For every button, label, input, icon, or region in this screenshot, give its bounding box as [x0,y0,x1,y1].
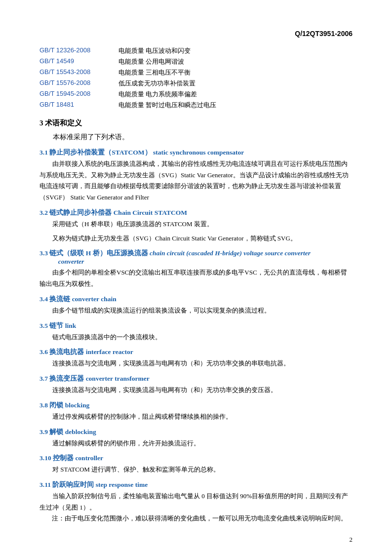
term-en: link [65,322,77,329]
term-num: 3.10 [39,454,51,462]
term-zh: 链式（级联 H 桥）电压源换流器 [49,249,150,257]
term-body-9: 对 STATCOM 进行调节、保护、触发和监测等单元的总称。 [39,464,353,475]
ref-row: GB/T 14549电能质量 公用电网谐波 [39,57,353,66]
term-zh: 控制器 [53,454,75,462]
term-en: converter chain [72,295,117,303]
term-num: 3.5 [39,322,48,329]
term-heading-10: 3.11 阶跃响应时间 step response time [39,480,353,489]
term-num: 3.6 [39,348,48,356]
ref-row: GB/T 15576-2008低压成套无功功率补偿装置 [39,79,353,88]
term-note-10: 注：由于电压变化范围微小，难以获得清晰的变化曲线，一般可以用无功电流变化曲线来说… [39,514,353,524]
term-num: 3.8 [39,401,48,409]
term-zh: 换流电抗器 [49,348,85,356]
term-block: 3.3 链式（级联 H 桥）电压源换流器 chain circuit (casc… [39,249,353,290]
ref-row: GB/T 12326-2008电能质量 电压波动和闪变 [39,46,353,55]
references-table: GB/T 12326-2008电能质量 电压波动和闪变GB/T 14549电能质… [39,46,353,110]
ref-id: GB/T 18481 [39,101,118,110]
term-body-8: 通过解除阀或桥臂的闭锁作用，允许开始换流运行。 [39,438,353,449]
term-num: 3.3 [39,249,48,257]
term-heading-6: 3.7 换流变压器 converter transformer [39,374,353,383]
term-zh: 阶跃响应时间 [52,481,95,488]
term-num: 3.9 [39,428,48,435]
term-block: 3.1 静止同步补偿装置（STATCOM） static synchronous… [39,148,353,203]
term-heading-3: 3.4 换流链 converter chain [39,295,353,304]
term-heading-4: 3.5 链节 link [39,321,353,330]
term-body-0: 由并联接入系统的电压源换流器构成，其输出的容性或感性无功电流连续可调且在可运行系… [39,158,353,203]
term-block: 3.2 链式静止同步补偿器 Chain Circuit STATCOM 采用链式… [39,208,353,244]
ref-desc: 电能质量 电力系统频率偏差 [118,90,197,99]
term-block: 3.10 控制器 controller 对 STATCOM 进行调节、保护、触发… [39,454,353,475]
term-en: static synchronous compensator [153,149,244,156]
page: Q/12QT3951-2006 GB/T 12326-2008电能质量 电压波动… [0,0,392,554]
page-number: 2 [350,536,353,544]
term-body-5: 连接换流器与交流电网，实现换流器与电网有功（和）无功功率交换的串联电抗器。 [39,358,353,369]
term-zh: 闭锁 [49,401,65,409]
term-en: Chain Circuit STATCOM [114,209,187,216]
ref-id: GB/T 15576-2008 [39,79,118,88]
term-en-cont: converter [58,258,84,265]
ref-desc: 电能质量 三相电压不平衡 [118,68,191,77]
term-num: 3.2 [39,209,48,216]
term-num: 3.7 [39,375,48,382]
term-zh: 解锁 [49,428,65,435]
ref-desc: 电能质量 暂时过电压和瞬态过电压 [118,101,216,110]
term-body-3: 由多个链节组成的实现换流运行的组装换流设备，可以实现复杂的换流过程。 [39,305,353,317]
term-block: 3.11 阶跃响应时间 step response time 当输入阶跃控制信号… [39,480,353,524]
section-3-intro: 本标准采用了下列术语。 [39,132,353,143]
term-block: 3.8 闭锁 blocking 通过停发阀或桥臂的控制脉冲，阻止阀或桥臂继续换相… [39,401,353,423]
term-body-7: 通过停发阀或桥臂的控制脉冲，阻止阀或桥臂继续换相的操作。 [39,411,353,423]
ref-id: GB/T 15543-2008 [39,68,118,77]
term-zh: 静止同步补偿装置（STATCOM） [49,149,153,156]
ref-row: GB/T 15543-2008电能质量 三相电压不平衡 [39,68,353,77]
term-en: step response time [96,481,148,488]
ref-row: GB/T 18481电能质量 暂时过电压和瞬态过电压 [39,101,353,110]
term-heading-8: 3.9 解锁 deblocking [39,428,353,436]
term-body-6: 连接换流器与交流电网，实现换流器与电网有功（和）无功功率交换的变压器。 [39,385,353,396]
term-en: blocking [65,401,90,409]
term-zh: 换流链 [49,295,72,303]
term-body-4: 链式电压源换流器中的一个换流模块。 [39,332,353,343]
term-zh: 链节 [49,322,65,329]
terms-container: 3.1 静止同步补偿装置（STATCOM） static synchronous… [39,148,353,524]
term-en: chain circuit (cascaded H-bridge) voltag… [150,249,311,257]
term-num: 3.11 [39,481,51,488]
term-body-2: 由多个相同的单相全桥VSC的交流输出相互串联连接而形成的多电平VSC，无公共的直… [39,267,353,290]
term-block: 3.6 换流电抗器 interface reactor 连接换流器与交流电网，实… [39,348,353,369]
term-block: 3.9 解锁 deblocking 通过解除阀或桥臂的闭锁作用，允许开始换流运行… [39,428,353,449]
ref-desc: 低压成套无功功率补偿装置 [118,79,196,88]
term-heading-9: 3.10 控制器 controller [39,454,353,463]
term-body-10: 当输入阶跃控制信号后，柔性输电装置输出电气量从 0 目标值达到 90%目标值所用… [39,491,353,514]
term-zh: 换流变压器 [49,375,85,382]
ref-desc: 电能质量 电压波动和闪变 [118,46,191,55]
term-en: controller [75,454,103,462]
term-heading-5: 3.6 换流电抗器 interface reactor [39,348,353,356]
ref-row: GB/T 15945-2008电能质量 电力系统频率偏差 [39,90,353,99]
term-block: 3.4 换流链 converter chain 由多个链节组成的实现换流运行的组… [39,295,353,317]
term-block: 3.5 链节 link 链式电压源换流器中的一个换流模块。 [39,321,353,343]
term-heading-0: 3.1 静止同步补偿装置（STATCOM） static synchronous… [39,148,353,157]
term-zh: 链式静止同步补偿器 [49,209,113,216]
term-en: deblocking [65,428,96,435]
term-num: 3.1 [39,149,48,156]
term-block: 3.7 换流变压器 converter transformer 连接换流器与交流… [39,374,353,396]
ref-id: GB/T 12326-2008 [39,46,118,55]
term-num: 3.4 [39,295,48,303]
term-heading-2: 3.3 链式（级联 H 桥）电压源换流器 chain circuit (casc… [39,249,353,266]
term-body2-1: 又称为链式静止无功发生器（SVG）Chain Circuit Static Va… [39,233,353,244]
doc-id: Q/12QT3951-2006 [39,30,353,38]
term-en: interface reactor [86,348,133,356]
ref-id: GB/T 15945-2008 [39,90,118,99]
term-heading-7: 3.8 闭锁 blocking [39,401,353,410]
ref-desc: 电能质量 公用电网谐波 [118,57,184,66]
ref-id: GB/T 14549 [39,57,118,66]
term-en: converter transformer [86,375,150,382]
section-3-title: 3 术语和定义 [39,119,353,128]
term-heading-1: 3.2 链式静止同步补偿器 Chain Circuit STATCOM [39,208,353,217]
term-body-1: 采用链式（H 桥串联）电压源换流器的 STATCOM 装置。 [39,219,353,230]
